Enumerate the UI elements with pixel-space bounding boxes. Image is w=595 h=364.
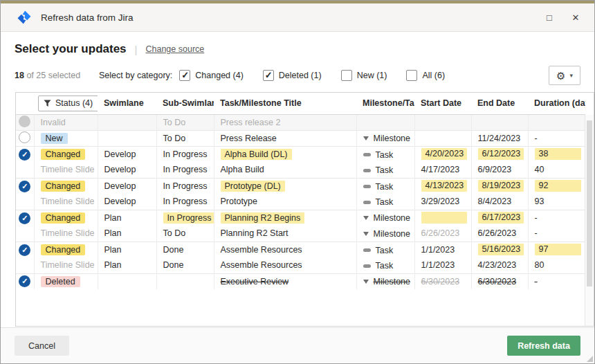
row-select-checkbox[interactable] — [19, 149, 30, 161]
task-icon — [363, 264, 371, 268]
page-title: Select your updates — [15, 42, 127, 56]
task-icon — [363, 153, 371, 156]
row-select-radio[interactable] — [19, 131, 30, 143]
cancel-button[interactable]: Cancel — [15, 336, 69, 356]
status-badge: Changed — [41, 244, 86, 255]
table-row-new[interactable]: New To Do Press Release Milestone 11/24/… — [16, 130, 585, 146]
task-icon — [363, 201, 371, 204]
category-checkboxes: Changed (4) Deleted (1) New (1) All (6) — [179, 70, 464, 81]
table-row-timeline-slide: Timeline Slide Develop In Progress Alpha… — [16, 162, 585, 178]
column-header-duration[interactable]: Duration (days) — [528, 93, 585, 114]
refresh-data-button[interactable]: Refresh data — [507, 336, 580, 356]
table-row-changed[interactable]: Changed Plan Done Assemble Resources Tas… — [16, 242, 585, 257]
scrollbar-thumb[interactable] — [587, 120, 592, 286]
vertical-scrollbar[interactable] — [585, 115, 594, 326]
resize-grip[interactable] — [587, 356, 593, 362]
maximize-icon[interactable]: □ — [539, 8, 560, 26]
table-header-row: Status (4) ▾ Swimlane Sub-Swimlane Task/… — [16, 93, 585, 114]
gear-icon: ⚙ — [556, 71, 565, 81]
task-icon — [363, 248, 371, 252]
settings-dropdown-button[interactable]: ⚙ ▾ — [549, 66, 580, 85]
checkbox-deleted[interactable]: Deleted (1) — [263, 70, 322, 81]
column-header-type[interactable]: Milestone/Task — [356, 93, 414, 114]
updates-table: Status (4) ▾ Swimlane Sub-Swimlane Task/… — [15, 92, 594, 327]
filter-icon — [44, 100, 51, 107]
checkbox-new[interactable]: New (1) — [341, 70, 387, 81]
table-row-timeline-slide: Timeline Slide Develop In Progress Proto… — [16, 194, 585, 210]
section-header: Select your updates | Change source — [15, 42, 580, 56]
selection-summary: 18 of 25 selected — [15, 71, 99, 80]
milestone-icon — [363, 232, 369, 236]
row-select-checkbox[interactable] — [19, 212, 30, 224]
table-row-changed[interactable]: Changed Develop In Progress Prototype (D… — [16, 178, 585, 194]
category-label: Select by category: — [99, 71, 172, 80]
row-select-checkbox[interactable] — [19, 181, 30, 192]
status-badge: Deleted — [41, 276, 80, 287]
status-filter-button[interactable]: Status (4) ▾ — [38, 95, 98, 111]
column-header-end[interactable]: End Date — [471, 93, 528, 114]
table-row-changed[interactable]: Changed Plan In Progress Planning R2 Beg… — [16, 210, 585, 226]
checkbox-icon[interactable] — [341, 70, 352, 81]
chevron-down-icon: ▾ — [569, 72, 573, 79]
table-row-changed[interactable]: Changed Develop In Progress Alpha Build … — [16, 146, 585, 162]
table-row-invalid: Invalid To Do Press release 2 — [16, 114, 585, 130]
checkbox-all[interactable]: All (6) — [406, 70, 445, 81]
window-title: Refresh data from Jira — [41, 12, 134, 23]
divider: | — [135, 44, 138, 55]
checkbox-icon[interactable] — [179, 70, 190, 81]
table-row-deleted[interactable]: Deleted Executive Review Milestone 6/30/… — [16, 273, 585, 289]
table-row-timeline-slide: Timeline Slide Plan To Do Planning R2 St… — [16, 226, 585, 242]
column-header-sub-swimlane[interactable]: Sub-Swimlane — [156, 93, 214, 114]
row-select-disabled — [19, 116, 30, 127]
change-source-link[interactable]: Change source — [145, 44, 204, 54]
task-icon — [363, 185, 371, 188]
status-badge: Changed — [41, 212, 86, 224]
row-select-checkbox[interactable] — [19, 244, 30, 256]
jira-logo-icon — [16, 9, 33, 26]
task-icon — [363, 169, 371, 172]
checkbox-icon[interactable] — [406, 70, 417, 81]
titlebar: Refresh data from Jira □ ✕ — [1, 3, 594, 32]
status-badge: Changed — [41, 149, 86, 160]
checkbox-icon[interactable] — [263, 70, 274, 81]
status-cell: Invalid — [41, 118, 66, 127]
dialog-footer: Cancel Refresh data — [1, 327, 594, 363]
refresh-data-dialog: Refresh data from Jira □ ✕ Select your u… — [0, 0, 595, 364]
status-badge: Changed — [41, 181, 86, 192]
row-select-checkbox[interactable] — [19, 275, 30, 287]
checkbox-changed[interactable]: Changed (4) — [179, 70, 244, 81]
milestone-icon — [363, 136, 369, 140]
milestone-icon — [363, 216, 369, 220]
milestone-icon — [363, 280, 369, 284]
select-column-header — [16, 93, 34, 114]
filter-toolbar: 18 of 25 selected Select by category: Ch… — [15, 65, 580, 86]
table-row-timeline-slide: Timeline Slide Plan Done Assemble Resour… — [16, 257, 585, 273]
close-icon[interactable]: ✕ — [565, 8, 586, 26]
column-header-swimlane[interactable]: Swimlane — [98, 93, 156, 114]
column-header-start[interactable]: Start Date — [414, 93, 471, 114]
status-badge: New — [41, 133, 68, 144]
column-header-title[interactable]: Task/Milestone Title — [214, 93, 356, 114]
